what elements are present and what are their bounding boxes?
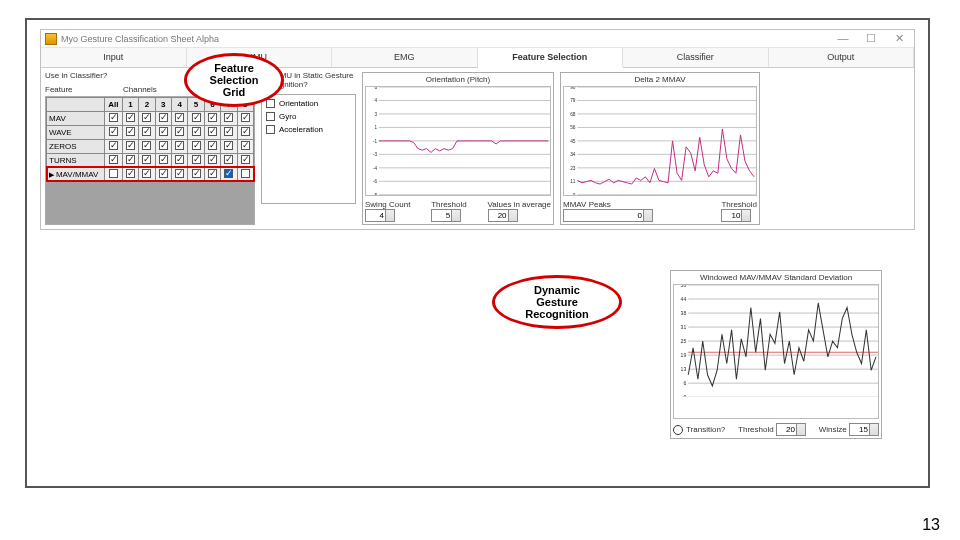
transition-radio[interactable] [673,425,683,435]
channel-checkbox[interactable] [241,169,250,178]
channel-checkbox[interactable] [224,127,233,136]
grid-col-header: 3 [155,97,171,111]
grid-col-header: 2 [139,97,155,111]
channel-checkbox[interactable] [142,113,151,122]
svg-text:45: 45 [570,139,576,144]
channel-checkbox[interactable] [142,169,151,178]
channel-checkbox[interactable] [224,141,233,150]
channel-checkbox[interactable] [208,169,217,178]
channel-checkbox[interactable] [175,127,184,136]
tab-emg[interactable]: EMG [332,48,478,67]
channel-checkbox[interactable] [192,155,201,164]
channel-checkbox[interactable] [109,127,118,136]
tab-classifier[interactable]: Classifier [623,48,769,67]
channel-checkbox[interactable] [192,127,201,136]
channel-checkbox[interactable] [126,155,135,164]
channel-checkbox[interactable] [159,155,168,164]
imu-item-label: Gyro [279,112,296,121]
minimize-button[interactable]: — [832,32,854,45]
values-avg-label: Values in average [488,200,551,209]
svg-text:0: 0 [573,193,576,195]
windowed-std-wrap: Windowed MAV/MMAV Standard Deviation 061… [670,270,882,439]
delta-chart-pane: Delta 2 MMAV 01123344556687990 MMAV Peak… [560,72,760,225]
grid-empty-area [46,182,254,224]
channel-checkbox[interactable] [175,141,184,150]
channel-checkbox[interactable] [224,155,233,164]
orientation-chart: -8-6-4-3-11346 [365,86,551,196]
tab-input[interactable]: Input [41,48,187,67]
tab-output[interactable]: Output [769,48,915,67]
svg-text:-6: -6 [373,179,377,184]
winsize-field[interactable]: 15 [849,423,879,436]
channel-checkbox[interactable] [224,169,233,178]
channel-checkbox[interactable] [241,127,250,136]
svg-text:56: 56 [570,125,576,130]
svg-text:6: 6 [683,380,686,386]
channel-checkbox[interactable] [109,169,118,178]
channel-checkbox[interactable] [142,127,151,136]
feature-selection-grid[interactable]: All12345678MAVWAVEZEROSTURNSMAV/MMAV [46,97,254,182]
channel-checkbox[interactable] [109,113,118,122]
channel-checkbox[interactable] [192,141,201,150]
channel-checkbox[interactable] [142,155,151,164]
app-window: Myo Gesture Classification Sheet Alpha —… [40,29,915,230]
channel-checkbox[interactable] [241,141,250,150]
channel-checkbox[interactable] [126,127,135,136]
grid-col-header: 4 [172,97,188,111]
winsize-label: Winsize [819,425,847,434]
titlebar: Myo Gesture Classification Sheet Alpha —… [41,30,914,48]
feature-row-name: MAV [47,111,105,125]
channel-checkbox[interactable] [175,155,184,164]
svg-text:38: 38 [681,310,687,316]
svg-text:79: 79 [570,98,576,103]
channel-checkbox[interactable] [126,113,135,122]
win-threshold-field[interactable]: 20 [776,423,806,436]
orientation-chart-title: Orientation (Pitch) [365,75,551,84]
imu-checkbox[interactable] [266,125,275,134]
svg-text:6: 6 [374,87,377,90]
channel-checkbox[interactable] [241,113,250,122]
grid-col-header: All [105,97,123,111]
delta-chart-title: Delta 2 MMAV [563,75,757,84]
channel-checkbox[interactable] [208,113,217,122]
windowed-std-chart: 0613192531384450 [673,284,879,419]
close-button[interactable]: ✕ [888,32,910,45]
channel-checkbox[interactable] [109,141,118,150]
channel-checkbox[interactable] [159,127,168,136]
swing-count-label: Swing Count [365,200,410,209]
tab-feature-selection[interactable]: Feature Selection [478,48,624,68]
svg-text:90: 90 [570,87,576,90]
orient-threshold-field[interactable]: 5 [431,209,461,222]
channel-checkbox[interactable] [126,169,135,178]
channel-checkbox[interactable] [208,127,217,136]
svg-text:0: 0 [683,394,686,397]
feature-row-name: MAV/MMAV [47,167,105,181]
orientation-chart-pane: Orientation (Pitch) -8-6-4-3-11346 Swing… [362,72,554,225]
imu-item-label: Acceleration [279,125,323,134]
channel-checkbox[interactable] [175,169,184,178]
swing-count-field[interactable]: 4 [365,209,395,222]
channel-checkbox[interactable] [175,113,184,122]
win-threshold-label: Threshold [738,425,774,434]
transition-label: Transition? [686,425,725,434]
channel-checkbox[interactable] [159,141,168,150]
channel-checkbox[interactable] [241,155,250,164]
mmav-peaks-field[interactable]: 0 [563,209,653,222]
svg-text:50: 50 [681,285,687,288]
channel-checkbox[interactable] [142,141,151,150]
channel-checkbox[interactable] [159,169,168,178]
channel-checkbox[interactable] [192,169,201,178]
delta-threshold-field[interactable]: 10 [721,209,751,222]
feature-row-name: ZEROS [47,139,105,153]
channel-checkbox[interactable] [159,113,168,122]
maximize-button[interactable]: ☐ [860,32,882,45]
channel-checkbox[interactable] [208,155,217,164]
channel-checkbox[interactable] [192,113,201,122]
channel-checkbox[interactable] [109,155,118,164]
channel-checkbox[interactable] [126,141,135,150]
channel-checkbox[interactable] [208,141,217,150]
imu-checkbox[interactable] [266,112,275,121]
channel-checkbox[interactable] [224,113,233,122]
feature-col-label: Feature [45,85,123,94]
values-avg-field[interactable]: 20 [488,209,518,222]
